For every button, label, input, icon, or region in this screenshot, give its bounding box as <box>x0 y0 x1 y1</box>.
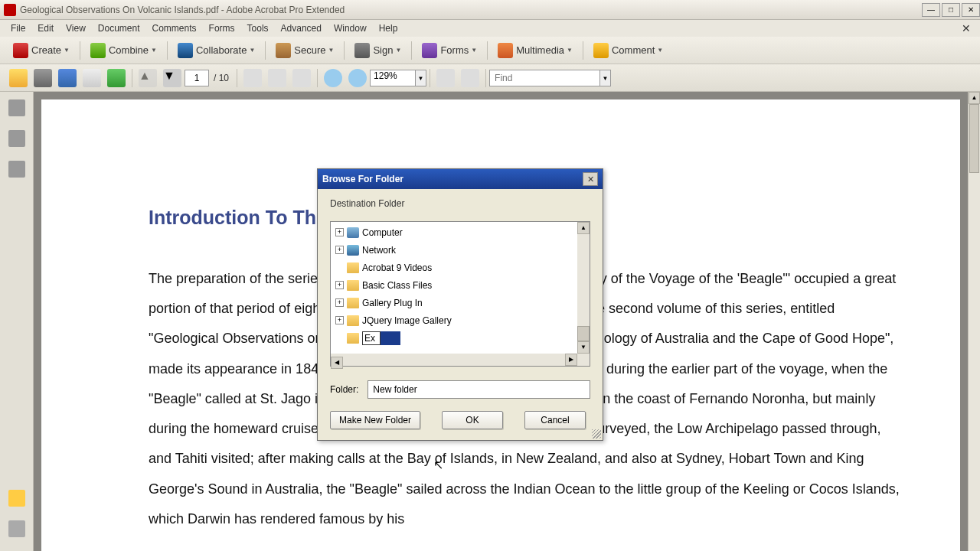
menu-forms[interactable]: Forms <box>203 21 241 35</box>
expand-icon[interactable]: + <box>335 246 344 254</box>
scroll-thumb[interactable] <box>577 326 590 341</box>
fit-page-icon[interactable] <box>436 69 455 87</box>
signatures-panel-icon[interactable] <box>8 161 25 178</box>
secure-button[interactable]: Secure▼ <box>269 39 341 62</box>
page-down-icon[interactable]: ▼ <box>163 69 181 87</box>
ok-button[interactable]: OK <box>442 411 503 429</box>
menu-comments[interactable]: Comments <box>146 21 203 35</box>
menu-edit[interactable]: Edit <box>31 21 60 35</box>
forms-icon <box>422 43 437 58</box>
tree-horizontal-scrollbar[interactable]: ◀ ▶ <box>331 354 577 366</box>
destination-folder-label: Destination Folder <box>330 198 590 209</box>
tree-item-folder[interactable]: + Basic Class Files <box>331 276 577 294</box>
multimedia-icon <box>498 43 513 58</box>
comment-button[interactable]: Comment▼ <box>586 39 670 62</box>
fit-width-icon[interactable] <box>461 69 479 87</box>
folder-icon <box>347 315 359 326</box>
menu-help[interactable]: Help <box>373 21 404 35</box>
chevron-down-icon: ▼ <box>64 47 70 54</box>
marquee-zoom-icon[interactable] <box>292 69 311 87</box>
expand-icon[interactable]: + <box>335 298 344 307</box>
collaborate-icon <box>178 43 193 58</box>
bookmarks-panel-icon[interactable] <box>8 130 25 147</box>
folder-icon <box>347 262 359 273</box>
hand-tool-icon[interactable] <box>268 69 286 87</box>
tree-item-folder[interactable]: + JQuery Image Gallery <box>331 311 577 329</box>
resize-grip[interactable] <box>592 429 601 439</box>
folder-icon <box>347 333 359 344</box>
close-document-button[interactable]: ✕ <box>957 22 975 34</box>
tree-item-folder[interactable]: + Gallery Plug In <box>331 294 577 311</box>
create-button[interactable]: Create▼ <box>6 39 77 62</box>
chevron-down-icon: ▼ <box>151 47 157 54</box>
attachments-panel-icon[interactable] <box>8 520 25 537</box>
chevron-down-icon: ▼ <box>567 47 573 54</box>
collaborate-button[interactable]: Collaborate▼ <box>171 39 262 62</box>
zoom-out-icon[interactable] <box>324 69 342 87</box>
folder-icon <box>347 298 359 308</box>
print-icon[interactable] <box>34 69 52 87</box>
make-new-folder-button[interactable]: Make New Folder <box>330 411 420 429</box>
folder-field-label: Folder: <box>330 384 358 395</box>
page-number-input[interactable] <box>185 70 209 86</box>
network-icon <box>347 245 359 256</box>
folder-tree: + Computer + Network Acrobat 9 Videos + … <box>330 221 590 367</box>
upload-icon[interactable] <box>107 69 126 87</box>
tree-item-new-folder[interactable] <box>331 329 577 347</box>
chevron-down-icon: ▼ <box>471 47 477 54</box>
dialog-close-button[interactable]: ✕ <box>583 172 598 186</box>
zoom-in-icon[interactable] <box>348 69 367 87</box>
navigation-toolbar: ▲ ▼ / 10 129% ▼ ▼ <box>0 64 980 92</box>
tree-item-computer[interactable]: + Computer <box>331 223 577 241</box>
chevron-down-icon: ▼ <box>657 47 663 54</box>
zoom-level-input[interactable]: 129% <box>370 70 416 86</box>
menu-tools[interactable]: Tools <box>241 21 275 35</box>
tree-vertical-scrollbar[interactable]: ▲ ▼ <box>577 222 590 354</box>
combine-button[interactable]: Combine▼ <box>83 39 164 62</box>
expand-icon[interactable]: + <box>335 281 344 289</box>
menu-document[interactable]: Document <box>92 21 146 35</box>
scroll-up-icon[interactable]: ▲ <box>577 222 590 234</box>
tree-item-network[interactable]: + Network <box>331 241 577 259</box>
select-tool-icon[interactable] <box>243 69 262 87</box>
scroll-thumb[interactable] <box>969 104 979 173</box>
zoom-dropdown-button[interactable]: ▼ <box>416 70 426 86</box>
minimize-button[interactable]: — <box>922 3 940 17</box>
menu-file[interactable]: File <box>5 21 31 35</box>
chevron-down-icon: ▼ <box>395 47 401 54</box>
menu-advanced[interactable]: Advanced <box>275 21 328 35</box>
scroll-left-icon[interactable]: ◀ <box>331 357 343 369</box>
close-button[interactable]: ✕ <box>962 3 980 17</box>
menu-view[interactable]: View <box>60 21 92 35</box>
expand-icon[interactable]: + <box>335 228 344 236</box>
scroll-right-icon[interactable]: ▶ <box>565 354 577 366</box>
comment-icon <box>593 43 609 58</box>
browse-folder-dialog: Browse For Folder ✕ Destination Folder +… <box>317 168 603 441</box>
pen-icon <box>354 43 370 58</box>
comments-panel-icon[interactable] <box>8 490 25 507</box>
expand-icon[interactable]: + <box>335 316 344 324</box>
find-input[interactable] <box>489 70 600 86</box>
multimedia-button[interactable]: Multimedia▼ <box>491 39 580 62</box>
scroll-up-icon[interactable]: ▲ <box>969 92 980 104</box>
email-icon[interactable] <box>83 69 101 87</box>
folder-rename-input[interactable] <box>362 331 381 345</box>
pages-panel-icon[interactable] <box>8 99 25 116</box>
save-icon[interactable] <box>58 69 77 87</box>
page-up-icon[interactable]: ▲ <box>139 69 157 87</box>
computer-icon <box>347 227 359 238</box>
open-icon[interactable] <box>9 69 28 87</box>
dialog-titlebar[interactable]: Browse For Folder ✕ <box>318 169 603 189</box>
sign-button[interactable]: Sign▼ <box>348 39 408 62</box>
scroll-down-icon[interactable]: ▼ <box>577 341 590 354</box>
maximize-button[interactable]: □ <box>942 3 960 17</box>
folder-name-input[interactable] <box>368 380 590 399</box>
vertical-scrollbar[interactable]: ▲ <box>968 92 980 551</box>
menu-window[interactable]: Window <box>328 21 373 35</box>
lock-icon <box>276 43 291 58</box>
tree-item-folder[interactable]: Acrobat 9 Videos <box>331 259 577 276</box>
find-dropdown-button[interactable]: ▼ <box>600 70 611 86</box>
forms-button[interactable]: Forms▼ <box>415 39 484 62</box>
cancel-button[interactable]: Cancel <box>524 411 586 429</box>
scroll-corner <box>577 354 590 366</box>
